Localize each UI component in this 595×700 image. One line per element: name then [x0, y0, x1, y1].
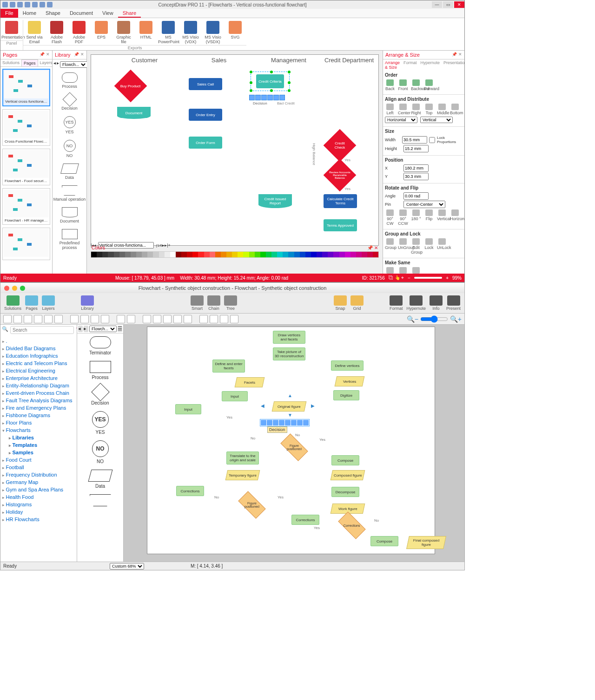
color-swatch[interactable]	[114, 252, 119, 257]
tree-subitem[interactable]: Libraries	[9, 434, 75, 441]
tool-mirror[interactable]	[184, 315, 192, 323]
tree-item[interactable]: HR Flowcharts	[2, 516, 75, 523]
tree-item-flowcharts[interactable]: Flowcharts	[2, 426, 75, 434]
node-corrections2[interactable]: Corrections	[291, 515, 319, 525]
tool-hand[interactable]	[210, 315, 218, 323]
tool-ungroup[interactable]	[163, 315, 172, 323]
make-same-height-button[interactable]: Height	[411, 267, 421, 274]
color-swatch[interactable]	[108, 252, 113, 257]
zoom-out-icon[interactable]: 🔍−	[407, 315, 418, 323]
color-swatch[interactable]	[181, 252, 187, 257]
color-swatch[interactable]	[333, 252, 339, 257]
tree-item[interactable]: Histograms	[2, 501, 75, 508]
color-swatch[interactable]	[322, 252, 328, 257]
color-swatch[interactable]	[204, 252, 210, 257]
tool-person[interactable]	[220, 315, 228, 323]
node-calculate-credit[interactable]: Calculate Credit Terms	[324, 194, 357, 208]
align-right-button[interactable]: Right	[411, 104, 421, 115]
tree-item[interactable]: Frequency Distribution	[2, 471, 75, 478]
color-swatch[interactable]	[328, 252, 333, 257]
tree-item[interactable]: Germany Map	[2, 478, 75, 486]
page-thumbnail[interactable]: Flowchart - Food security ...	[2, 149, 50, 185]
color-swatch[interactable]	[345, 252, 350, 257]
tree-item[interactable]: Floor Plans	[2, 419, 75, 426]
color-swatch[interactable]	[198, 252, 204, 257]
ribbon-html[interactable]: HTML	[135, 20, 157, 45]
color-swatch[interactable]	[131, 252, 136, 257]
node-input2[interactable]: Input	[175, 404, 201, 414]
lib-menu-icon[interactable]: ☰	[118, 326, 122, 332]
flip-button[interactable]: Flip	[424, 209, 434, 226]
library-shape[interactable]: Data	[53, 161, 86, 183]
color-swatch[interactable]	[362, 252, 367, 257]
color-swatch[interactable]	[226, 252, 232, 257]
tree-item[interactable]: Entity-Relationship Diagram	[2, 382, 75, 389]
mac-library-shape[interactable]: NONO	[77, 438, 123, 467]
mac-library-shape[interactable]: Data	[77, 467, 123, 491]
tree-item[interactable]: Health Food	[2, 493, 75, 501]
tool-zoom[interactable]	[199, 315, 208, 323]
tool-ellipse[interactable]	[34, 315, 42, 323]
node-define-vertices[interactable]: Define vertices	[331, 360, 364, 371]
ribbon-adobe-pdf[interactable]: Adobe PDF	[68, 20, 90, 45]
node-credit-check[interactable]: Credit Check	[324, 129, 357, 162]
pin-select[interactable]: Center-Center	[403, 201, 445, 208]
ribbon-adobe-flash[interactable]: Adobe Flash	[46, 20, 68, 45]
ribbon-visio-vdx[interactable]: MS Visio (VDX)	[179, 20, 202, 45]
mac-library-shape[interactable]: YESYES	[77, 408, 123, 438]
tree-item[interactable]: Gym and Spa Area Plans	[2, 486, 75, 493]
distribute-vertical[interactable]: Vertical	[420, 117, 453, 123]
position-y-input[interactable]	[403, 173, 429, 180]
color-swatch[interactable]	[266, 252, 271, 257]
pin-icon[interactable]: 📌 ✕	[452, 52, 462, 58]
edit-group-button[interactable]: Edit Group	[411, 238, 421, 255]
node-sales-call[interactable]: Sales Call	[189, 78, 222, 90]
tb-library[interactable]: Library	[81, 295, 94, 311]
color-swatch[interactable]	[136, 252, 142, 257]
lock-proportions-checkbox[interactable]	[429, 137, 435, 143]
lib-nav-fwd[interactable]: ▸	[84, 326, 88, 332]
node-compose1[interactable]: Compose	[331, 455, 359, 465]
tool-eyedropper[interactable]	[101, 315, 109, 323]
canvas-area[interactable]: Customer Sales Management Credit Departm…	[87, 51, 383, 274]
align-center-button[interactable]: Center	[398, 104, 408, 115]
order-backward-button[interactable]: Backward	[411, 79, 421, 91]
color-swatch[interactable]	[159, 252, 165, 257]
color-swatch[interactable]	[142, 252, 147, 257]
color-swatch[interactable]	[305, 252, 311, 257]
rotate-ccw-button[interactable]: 90° CCW	[398, 209, 408, 226]
align-left-button[interactable]: Left	[385, 104, 395, 115]
ribbon-svg[interactable]: SVG	[224, 20, 246, 45]
color-swatch[interactable]	[260, 252, 266, 257]
node-figure-positioned2[interactable]: Figure positioned	[238, 491, 265, 518]
color-swatch[interactable]	[317, 252, 322, 257]
tool-pointer[interactable]	[3, 315, 12, 323]
zoom-out-button[interactable]: −	[408, 275, 410, 281]
node-vertices[interactable]: Vertices	[335, 376, 365, 386]
group-button[interactable]: Group	[385, 238, 395, 255]
page-thumbnail[interactable]: Flowchart - HR managem...	[2, 188, 50, 225]
node-take-picture[interactable]: Take picture of 3D reconstruction	[273, 347, 305, 360]
color-swatch[interactable]	[373, 252, 378, 257]
size-height-input[interactable]	[403, 145, 429, 152]
node-input1[interactable]: Input	[222, 391, 248, 401]
mac-canvas-area[interactable]: Draw vertices and facets Take picture of…	[124, 325, 464, 562]
node-review-accounts[interactable]: Review Accounts Receivable Balance	[324, 159, 357, 192]
canvas-page[interactable]: Customer Sales Management Credit Departm…	[91, 54, 379, 246]
tool-connector2[interactable]	[127, 315, 135, 323]
tb-hypernote[interactable]: Hypernote	[406, 295, 426, 311]
align-middle-button[interactable]: Middle	[437, 104, 447, 115]
selection-handles[interactable]	[251, 72, 290, 91]
menu-home[interactable]: Home	[18, 9, 41, 18]
tree-item[interactable]: Food Court	[2, 456, 75, 464]
lib-nav-back[interactable]: ◂	[53, 60, 56, 69]
lock-button[interactable]: Lock	[424, 238, 434, 255]
tb-pages[interactable]: Pages	[25, 295, 38, 311]
node-temporary-figure[interactable]: Temporary figure	[225, 470, 260, 480]
color-swatch[interactable]	[356, 252, 362, 257]
library-shape[interactable]: Decision	[53, 92, 86, 113]
tool-paint[interactable]	[230, 315, 238, 323]
align-top-button[interactable]: Top	[424, 104, 434, 115]
rotate-180-button[interactable]: 180 °	[411, 209, 421, 226]
color-swatch[interactable]	[97, 252, 102, 257]
